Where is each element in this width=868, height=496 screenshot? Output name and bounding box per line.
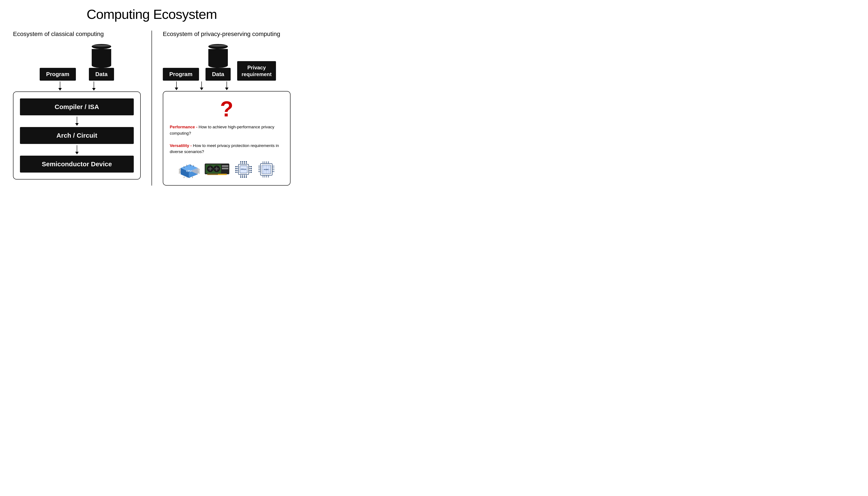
program-arrow (58, 81, 62, 91)
right-cylinder-body (208, 49, 228, 65)
r-arrow-head-3 (225, 88, 229, 90)
page-title: Computing Ecosystem (87, 6, 217, 22)
svg-rect-29 (222, 165, 228, 167)
data-box: Data (89, 68, 114, 81)
right-content: Program Data Privacyrequirement (163, 44, 291, 186)
program-group: Program (40, 68, 76, 81)
fpga-icon: FPGA (234, 160, 253, 179)
arrow-line (60, 81, 60, 88)
svg-line-13 (184, 177, 184, 178)
svg-point-70 (251, 170, 252, 171)
question-mark: ? (220, 98, 233, 120)
right-program-group: Program (163, 68, 199, 81)
svg-rect-32 (207, 174, 208, 175)
r-arrow-head-2 (200, 88, 203, 90)
svg-point-65 (235, 168, 236, 169)
svg-point-71 (251, 171, 252, 173)
svg-point-79 (246, 176, 247, 177)
right-data-cylinder (208, 44, 228, 68)
r-arrow-head-1 (175, 88, 178, 90)
svg-line-8 (179, 173, 181, 173)
r-arrow-line-3 (227, 81, 227, 88)
svg-rect-42 (216, 174, 216, 175)
svg-rect-30 (222, 168, 228, 170)
svg-point-78 (244, 176, 245, 177)
arrow-head-3 (75, 123, 79, 126)
svg-line-11 (198, 171, 199, 172)
svg-rect-43 (216, 174, 217, 175)
svg-line-14 (187, 177, 187, 178)
left-top-inputs: Program Data (13, 44, 141, 81)
arrow-head-4 (75, 152, 79, 154)
versatility-label: Versatility - (170, 143, 192, 148)
svg-point-66 (235, 170, 236, 171)
svg-point-75 (246, 161, 247, 162)
svg-line-6 (179, 170, 181, 171)
cylinder-top (92, 44, 111, 49)
arrow-line-4 (77, 145, 77, 152)
svg-line-15 (189, 177, 190, 178)
arch-block: Arch / Circuit (20, 127, 134, 144)
svg-point-76 (240, 176, 241, 177)
cylinder-body (92, 49, 111, 65)
arrow-line-3 (77, 117, 77, 123)
left-content: Program Data (13, 44, 141, 180)
right-privacy-group: Privacyrequirement (237, 61, 276, 81)
chip-icons: CPU (178, 160, 276, 179)
arrow-head (58, 88, 62, 91)
right-program-box: Program (163, 68, 199, 81)
cpu-icon: CPU (178, 161, 200, 178)
svg-rect-40 (214, 174, 214, 175)
svg-rect-33 (208, 174, 209, 175)
r-data-arrow (200, 81, 203, 90)
top-arrows (13, 81, 141, 92)
asic-icon: ASIC (257, 160, 276, 179)
left-column: Ecosystem of classical computing Program… (9, 31, 152, 186)
r-arrow-line-1 (176, 81, 177, 88)
right-cylinder-top (208, 44, 228, 49)
arch-arrow (75, 145, 79, 154)
svg-point-67 (235, 171, 236, 173)
svg-point-72 (240, 161, 241, 162)
semiconductor-block: Semiconductor Device (20, 156, 134, 173)
right-top-arrows (163, 81, 291, 91)
svg-rect-38 (213, 174, 213, 175)
svg-line-5 (179, 169, 181, 170)
svg-line-9 (198, 169, 199, 170)
right-top-inputs: Program Data Privacyrequirement (163, 44, 291, 81)
svg-point-69 (251, 168, 252, 169)
svg-rect-35 (210, 174, 210, 175)
svg-rect-37 (212, 174, 212, 175)
svg-point-64 (235, 166, 236, 167)
right-subtitle: Ecosystem of privacy-preserving computin… (163, 31, 291, 37)
svg-text:FPGA: FPGA (241, 168, 246, 170)
svg-point-73 (242, 161, 243, 162)
svg-rect-36 (211, 174, 211, 175)
svg-rect-34 (209, 174, 210, 175)
performance-label: Performance - (170, 125, 198, 129)
data-group: Data (89, 44, 114, 81)
program-box: Program (40, 68, 76, 81)
data-cylinder (92, 44, 111, 68)
data-arrow (92, 81, 96, 91)
right-data-group: Data (205, 44, 231, 81)
arrow-head-2 (92, 88, 96, 91)
right-column: Ecosystem of privacy-preserving computin… (152, 31, 295, 186)
svg-point-77 (242, 176, 243, 177)
svg-rect-44 (217, 174, 218, 175)
svg-text:ASIC: ASIC (264, 168, 269, 170)
description-text: Performance - How to achieve high-perfor… (170, 124, 283, 155)
svg-line-10 (198, 170, 199, 171)
gpu-icon (204, 162, 230, 177)
svg-rect-41 (215, 174, 215, 175)
svg-point-74 (244, 161, 245, 162)
right-bordered-box: ? Performance - How to achieve high-perf… (163, 91, 291, 186)
r-privacy-arrow (225, 81, 229, 90)
compiler-block: Compiler / ISA (20, 98, 134, 115)
left-subtitle: Ecosystem of classical computing (13, 31, 141, 37)
svg-rect-39 (213, 174, 214, 175)
svg-point-68 (251, 166, 252, 167)
r-arrow-line-2 (201, 81, 202, 88)
r-program-arrow (175, 81, 178, 90)
svg-line-7 (179, 171, 181, 172)
